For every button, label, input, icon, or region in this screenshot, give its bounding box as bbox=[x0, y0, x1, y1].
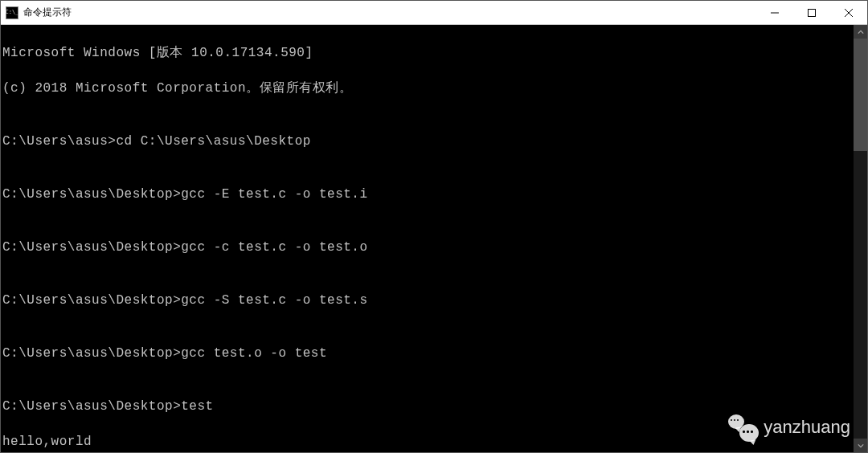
titlebar[interactable]: C:\_ 命令提示符 bbox=[1, 1, 867, 25]
terminal-line: Microsoft Windows [版本 10.0.17134.590] bbox=[2, 44, 854, 62]
prompt: C:\Users\asus\Desktop> bbox=[2, 240, 181, 255]
close-button[interactable] bbox=[830, 1, 867, 24]
terminal-line: C:\Users\asus>cd C:\Users\asus\Desktop bbox=[2, 133, 854, 150]
cmd-app-icon: C:\_ bbox=[6, 6, 18, 19]
prompt: C:\Users\asus> bbox=[2, 134, 116, 149]
prompt: C:\Users\asus\Desktop> bbox=[2, 187, 181, 202]
command: gcc -S test.c -o test.s bbox=[181, 293, 367, 308]
terminal-viewport[interactable]: Microsoft Windows [版本 10.0.17134.590] (c… bbox=[1, 25, 854, 452]
prompt: C:\Users\asus\Desktop> bbox=[2, 346, 181, 361]
terminal-output: hello,world bbox=[2, 433, 854, 451]
scroll-down-button[interactable] bbox=[854, 439, 867, 452]
terminal-line: (c) 2018 Microsoft Corporation。保留所有权利。 bbox=[2, 80, 854, 97]
scroll-thumb[interactable] bbox=[854, 39, 867, 151]
terminal-line: C:\Users\asus\Desktop>gcc -c test.c -o t… bbox=[2, 239, 854, 256]
command: cd C:\Users\asus\Desktop bbox=[116, 134, 310, 149]
cmd-window: C:\_ 命令提示符 Microsoft Windows [版本 10.0.17… bbox=[0, 0, 868, 453]
client-area: Microsoft Windows [版本 10.0.17134.590] (c… bbox=[1, 25, 867, 452]
terminal-line: C:\Users\asus\Desktop>gcc -E test.c -o t… bbox=[2, 186, 854, 203]
scroll-up-button[interactable] bbox=[854, 25, 867, 39]
minimize-button[interactable] bbox=[756, 1, 793, 24]
window-title: 命令提示符 bbox=[23, 6, 72, 19]
scroll-track[interactable] bbox=[854, 39, 867, 439]
command: gcc test.o -o test bbox=[181, 346, 327, 361]
command: gcc -c test.c -o test.o bbox=[181, 240, 367, 255]
terminal-line: C:\Users\asus\Desktop>gcc test.o -o test bbox=[2, 345, 854, 362]
window-controls bbox=[756, 1, 867, 24]
prompt: C:\Users\asus\Desktop> bbox=[2, 293, 181, 308]
maximize-button[interactable] bbox=[793, 1, 830, 24]
prompt: C:\Users\asus\Desktop> bbox=[2, 399, 181, 414]
terminal-line: C:\Users\asus\Desktop>test bbox=[2, 398, 854, 415]
svg-rect-1 bbox=[809, 9, 816, 16]
terminal-line: C:\Users\asus\Desktop>gcc -S test.c -o t… bbox=[2, 292, 854, 309]
command: gcc -E test.c -o test.i bbox=[181, 187, 367, 202]
vertical-scrollbar[interactable] bbox=[854, 25, 867, 452]
command: test bbox=[181, 399, 213, 414]
